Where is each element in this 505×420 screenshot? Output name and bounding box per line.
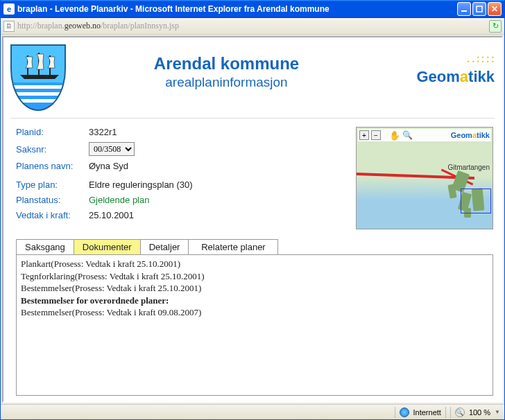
svg-rect-1 xyxy=(477,6,482,12)
page-icon: 🗎 xyxy=(3,21,15,32)
plannavn-label: Planens navn: xyxy=(16,161,89,171)
doc-link-tegnforklaring[interactable]: Tegnforklaring(Prosess: Vedtak i kraft 2… xyxy=(21,270,488,283)
map-zoom-icon[interactable]: 🔍 xyxy=(402,130,413,140)
zoom-level: 100 % xyxy=(469,408,490,417)
planstatus-label: Planstatus: xyxy=(16,195,89,205)
plannavn-value: Øyna Syd xyxy=(89,161,128,171)
doc-section-header: Bestemmelser for overordnede planer: xyxy=(21,295,488,307)
tab-dokumenter[interactable]: Dokumenter xyxy=(74,239,141,254)
documents-panel: Plankart(Prosess: Vedtak i kraft 25.10.2… xyxy=(16,255,493,396)
page-subtitle: arealplaninformasjon xyxy=(66,75,387,90)
saksnr-select[interactable]: 00/3508 xyxy=(89,142,135,156)
globe-icon xyxy=(400,408,409,417)
map-zoom-out-button[interactable]: − xyxy=(371,130,381,140)
status-bar: Internett 🔍 100 % ▼ xyxy=(1,404,504,419)
planid-value: 3322r1 xyxy=(89,127,117,137)
typeplan-label: Type plan: xyxy=(16,180,89,190)
tab-bar: Saksgang Dokumenter Detaljer Relaterte p… xyxy=(16,239,493,255)
window-titlebar: e braplan - Levende Planarkiv - Microsof… xyxy=(1,0,504,18)
vedtak-label: Vedtak i kraft: xyxy=(16,210,89,220)
map-pan-icon[interactable]: ✋ xyxy=(389,130,400,141)
svg-rect-0 xyxy=(461,10,467,12)
minimize-button[interactable] xyxy=(457,2,471,16)
map-selection-box xyxy=(461,189,491,213)
url-field[interactable]: http://braplan.geoweb.no/braplan/planInn… xyxy=(17,21,489,31)
url-host: geoweb.no xyxy=(65,21,101,30)
typeplan-value: Eldre reguleringsplan (30) xyxy=(89,180,193,190)
maximize-button[interactable] xyxy=(472,2,486,16)
doc-link-bestemmelser-1[interactable]: Bestemmelser(Prosess: Vedtak i kraft 25.… xyxy=(21,282,488,295)
security-zone-label: Internett xyxy=(413,408,441,417)
address-bar: 🗎 http://braplan.geoweb.no/braplan/planI… xyxy=(1,18,504,35)
map-toolbar: + − ✋ 🔍 Geomatikk xyxy=(358,129,491,141)
map-zoom-in-button[interactable]: + xyxy=(359,130,369,140)
favicon-ie-icon: e xyxy=(3,3,15,15)
zoom-dropdown-icon[interactable]: ▼ xyxy=(495,409,500,415)
page-header: Arendal kommune arealplaninformasjon ▪ ▪… xyxy=(3,37,502,118)
vedtak-value: 25.10.2001 xyxy=(89,210,134,220)
doc-link-bestemmelser-2[interactable]: Bestemmelser(Prosess: Vedtak i kraft 09.… xyxy=(21,306,488,319)
tab-relaterte-planer[interactable]: Relaterte planer xyxy=(188,239,278,254)
zoom-icon: 🔍 xyxy=(455,408,465,417)
tab-saksgang[interactable]: Saksgang xyxy=(16,239,74,254)
close-button[interactable]: ✕ xyxy=(488,2,502,16)
page-title: Arendal kommune xyxy=(66,54,387,73)
window-title: braplan - Levende Planarkiv - Microsoft … xyxy=(17,4,456,14)
geomatikk-logo: ▪ ▪ ▪ ▪▪ ▪ ▪ ▪ ▪ ▪ Geomatikk xyxy=(387,44,495,86)
url-prefix: http://braplan. xyxy=(17,21,65,30)
tab-detaljer[interactable]: Detaljer xyxy=(140,239,189,254)
map-logo: Geomatikk xyxy=(451,131,490,139)
planstatus-value: Gjeldende plan xyxy=(89,195,149,205)
overview-map[interactable]: + − ✋ 🔍 Geomatikk Gitmartangen xyxy=(356,127,493,229)
saksnr-label: Saksnr: xyxy=(16,144,89,155)
planid-label: Planid: xyxy=(16,127,89,137)
doc-link-plankart[interactable]: Plankart(Prosess: Vedtak i kraft 25.10.2… xyxy=(21,258,488,270)
plan-fields: Planid: 3322r1 Saksnr: 00/3508 Planens n… xyxy=(16,127,348,225)
arendal-crest-icon xyxy=(10,44,66,111)
refresh-button[interactable]: ↻ xyxy=(489,20,502,33)
url-path: /braplan/planInnsyn.jsp xyxy=(101,21,179,30)
page-content: Arendal kommune arealplaninformasjon ▪ ▪… xyxy=(2,36,503,403)
